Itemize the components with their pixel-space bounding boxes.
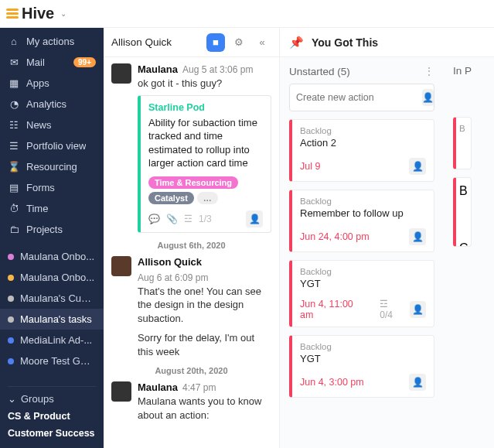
pin-icon[interactable]: 📌	[289, 36, 304, 50]
avatar[interactable]	[111, 63, 131, 84]
forms-icon: ▤	[8, 182, 20, 193]
tag[interactable]: Time & Resourcing	[148, 176, 238, 189]
sidebar: ⌂My actions✉Mail99+▦Apps◔Analytics☷News☰…	[0, 28, 104, 448]
assign-user-button[interactable]: 👤	[422, 89, 434, 106]
message: MaulanaAug 5 at 3:06 pmok got it - this …	[111, 63, 271, 233]
message: Allison QuickAug 6 at 6:09 pmThat's the …	[111, 256, 271, 359]
nav-item-folder[interactable]: 🗀Projects	[0, 219, 104, 240]
card-title: YGT	[300, 353, 426, 364]
groups-label: Groups	[21, 393, 54, 405]
conversation-title: Allison Quick	[111, 36, 202, 48]
group-item[interactable]: Customer Success	[8, 425, 96, 442]
app-logo[interactable]: Hive ⌄	[6, 5, 66, 22]
card-due-date: Jun 24, 4:00 pm	[300, 231, 370, 242]
nav-label: Forms	[26, 182, 55, 193]
create-action-input-wrap[interactable]: 👤	[289, 84, 434, 111]
card-title: YGT	[300, 278, 426, 289]
nav-item-grid[interactable]: ▦Apps	[0, 73, 104, 94]
nav-label: Resourcing	[26, 161, 77, 173]
folder-icon: 🗀	[8, 224, 20, 235]
comment-icon[interactable]: 💬	[148, 214, 160, 224]
nav-item-portfolio[interactable]: ☰Portfolio view	[0, 135, 104, 156]
project-item[interactable]: Maulana's tasks	[0, 309, 104, 330]
linked-action-card[interactable]: Starline PodAbility for subaction time t…	[138, 95, 271, 233]
action-card[interactable]: BacklogYGTJun 4, 3:00 pm👤	[289, 335, 434, 398]
action-card-peek[interactable]: B	[453, 117, 472, 169]
card-status: B	[459, 124, 468, 133]
video-call-button[interactable]: ■	[206, 33, 225, 52]
nav-label: Projects	[26, 224, 63, 235]
card-status: B	[459, 184, 468, 198]
message: Maulana4:47 pmMaulana wants you to know …	[111, 381, 271, 422]
nav-item-time[interactable]: ⏱Time	[0, 198, 104, 219]
subaction-count: 1/3	[199, 214, 212, 224]
news-icon: ☷	[8, 119, 20, 131]
tag[interactable]: Catalyst	[148, 192, 194, 204]
more-tags[interactable]: …	[197, 192, 218, 204]
create-action-input[interactable]	[296, 92, 417, 103]
assignee-chip[interactable]: 👤	[409, 158, 426, 175]
nav-item-mail[interactable]: ✉Mail99+	[0, 52, 104, 73]
project-label: Maulana's Cust...	[20, 292, 96, 304]
message-author: Maulana	[138, 381, 178, 393]
project-dot-icon	[8, 316, 14, 323]
project-label: Maulana Onbo...	[20, 251, 94, 262]
column-title: In P	[453, 65, 472, 77]
card-title: Ability for subaction time tracked and t…	[148, 116, 263, 170]
grid-icon: ▦	[8, 77, 20, 89]
assignee-chip[interactable]: 👤	[410, 301, 426, 318]
card-status: Backlog	[300, 342, 426, 351]
settings-button[interactable]: ⚙	[230, 33, 248, 52]
card-title: Remember to follow up	[300, 207, 426, 219]
date-separator: August 6th, 2020	[111, 241, 271, 250]
card-status: Backlog	[300, 126, 426, 135]
column-menu-button[interactable]: ⋮	[424, 65, 434, 77]
unread-badge: 99+	[73, 57, 96, 67]
conversation-panel: Allison Quick ■ ⚙ « MaulanaAug 5 at 3:06…	[104, 28, 280, 448]
project-item[interactable]: Moore Test Gantt	[0, 351, 104, 371]
avatar[interactable]	[111, 256, 131, 276]
assignee-chip[interactable]: 👤	[246, 210, 263, 227]
project-label: MediaLink Ad-...	[20, 334, 92, 346]
project-item[interactable]: Maulana Onbo...	[0, 267, 104, 288]
project-dot-icon	[8, 337, 14, 344]
list-icon: ☲	[184, 214, 192, 224]
avatar[interactable]	[111, 381, 131, 402]
message-text: Maulana wants you to know about an actio…	[138, 395, 271, 422]
action-card[interactable]: BacklogYGTJun 4, 11:00 am☲ 0/4👤	[289, 260, 434, 327]
project-dot-icon	[8, 358, 14, 364]
nav-label: Apps	[26, 77, 49, 89]
project-item[interactable]: Maulana Onbo...	[0, 246, 104, 267]
nav-item-chart[interactable]: ◔Analytics	[0, 94, 104, 115]
project-label: Maulana's tasks	[20, 313, 92, 325]
nav-item-news[interactable]: ☷News	[0, 115, 104, 135]
project-dot-icon	[8, 254, 14, 260]
attachment-icon[interactable]: 📎	[166, 214, 178, 224]
assignee-chip[interactable]: 👤	[409, 374, 426, 391]
project-label: Moore Test Gantt	[20, 355, 96, 367]
nav-item-home[interactable]: ⌂My actions	[0, 31, 104, 52]
action-card[interactable]: BacklogAction 2Jul 9👤	[289, 119, 434, 182]
video-icon: ■	[213, 36, 219, 48]
user-icon: 👤	[422, 92, 434, 103]
nav-label: Analytics	[26, 98, 66, 110]
card-status: Backlog	[300, 267, 426, 276]
group-item[interactable]: CS & Product	[8, 408, 96, 425]
collapse-button[interactable]: «	[253, 33, 271, 52]
nav-item-resourcing[interactable]: ⌛Resourcing	[0, 156, 104, 177]
resourcing-icon: ⌛	[8, 161, 20, 173]
message-author: Maulana	[138, 63, 178, 75]
assignee-chip[interactable]: 👤	[409, 228, 426, 245]
project-item[interactable]: Maulana's Cust...	[0, 288, 104, 309]
chart-icon: ◔	[8, 98, 20, 110]
logo-mark	[6, 9, 19, 19]
groups-toggle[interactable]: ⌄ Groups	[8, 390, 96, 408]
board-panel: 📌 You Got This Unstarted (5) ⋮ 👤 Backlog…	[280, 28, 494, 448]
gear-icon: ⚙	[234, 36, 244, 48]
action-card-peek[interactable]: B C	[453, 177, 472, 247]
card-sub: C	[459, 241, 468, 247]
nav-item-forms[interactable]: ▤Forms	[0, 177, 104, 198]
action-card[interactable]: BacklogRemember to follow upJun 24, 4:00…	[289, 190, 434, 252]
time-icon: ⏱	[8, 203, 20, 214]
project-item[interactable]: MediaLink Ad-...	[0, 330, 104, 351]
